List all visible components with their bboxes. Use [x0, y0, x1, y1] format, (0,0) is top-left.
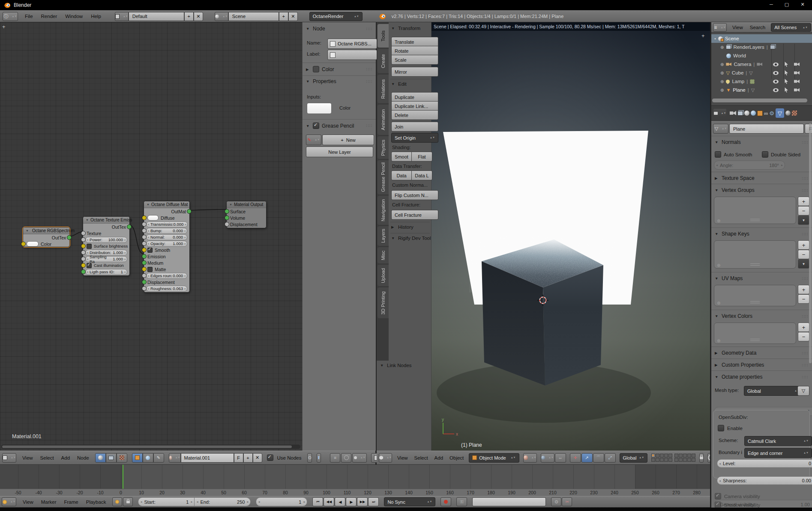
shape-key-add-button[interactable]: + [798, 240, 809, 250]
pin-button[interactable]: ⊙ [307, 453, 312, 463]
vertex-group-add-button[interactable]: + [798, 197, 809, 206]
expand-icon[interactable]: ⊕ [720, 45, 724, 50]
double-sided-toggle[interactable]: Double Sided [762, 151, 800, 158]
vertex-group-specials-button[interactable]: ▼ [798, 215, 809, 225]
tree-type-texture-button[interactable] [117, 453, 127, 463]
node-title[interactable]: ▼ Octane RGBSpectrum [23, 227, 69, 234]
panel-custom-properties-header[interactable]: ▶Custom Properties∷∷ [715, 362, 808, 368]
tab-object-data-icon[interactable]: ▽ [776, 108, 784, 118]
outliner-row-world[interactable]: World [711, 51, 812, 60]
close-button[interactable]: ✕ [796, 2, 809, 7]
menu-select[interactable]: Select [413, 455, 429, 460]
duplicate-linked-button[interactable]: Duplicate Link... [391, 101, 438, 111]
panel-grip[interactable]: ∷∷ [802, 375, 808, 380]
socket-outtex[interactable] [127, 224, 132, 229]
editor-type-info-button[interactable]: ⓘ▲▼ [3, 12, 18, 21]
set-origin-dropdown[interactable]: Set Origin▲▼ [391, 133, 438, 143]
collapse-icon[interactable]: ▼ [147, 203, 150, 206]
shader-context-linestyle-button[interactable]: ✎ [153, 453, 164, 463]
node-label-field[interactable] [327, 50, 377, 60]
socket-smooth[interactable] [142, 248, 147, 252]
render-engine-selector[interactable]: OctaneRender▲▼ [309, 12, 363, 21]
panel-octane-header[interactable]: ▼Octane properties∷∷ [715, 374, 808, 380]
transmission-slider[interactable]: Transmissio:0.000 [146, 221, 188, 227]
tree-type-material-button[interactable] [95, 453, 106, 463]
vertex-color-remove-button[interactable]: − [798, 332, 809, 341]
auto-smooth-toggle[interactable]: Auto Smooth [715, 151, 752, 158]
panel-grip[interactable]: ∷∷ [802, 188, 808, 193]
panel-node-header[interactable]: ▼Node∷∷ [306, 26, 372, 32]
tab-scene-icon[interactable] [744, 111, 749, 116]
data-layout-button[interactable]: Data L [411, 170, 432, 180]
uv-map-add-button[interactable]: + [798, 285, 809, 294]
expand-icon[interactable]: ⊕ [720, 88, 724, 93]
editor-type-node-button[interactable]: ▲▼ [2, 453, 16, 463]
selectable-cursor-icon[interactable] [784, 62, 788, 67]
matte-checkbox[interactable] [147, 267, 153, 272]
socket-opacity[interactable] [142, 241, 147, 246]
manipulator-scale-button[interactable]: ⤢ [605, 453, 616, 463]
outliner-scrollbar[interactable] [712, 99, 807, 102]
scheme-selector[interactable]: Catmull Clark▲▼ [744, 436, 812, 446]
power-slider[interactable]: Power:100.000 [85, 237, 127, 243]
layout-add-button[interactable]: + [184, 12, 194, 21]
socket-edges[interactable] [142, 273, 147, 278]
shader-context-world-button[interactable] [143, 453, 153, 463]
menu-view[interactable]: View [396, 455, 409, 460]
menu-search[interactable]: Search [749, 25, 767, 30]
node-octane-rgbspectrum[interactable]: ▼ Octane RGBSpectrum OutTex Color [23, 227, 70, 247]
outliner-row-plane[interactable]: ⊕ ▼ Plane| ▽ [711, 86, 812, 94]
socket-normal[interactable] [142, 235, 147, 239]
panel-grip[interactable]: ∷∷ [802, 314, 808, 319]
shelf-tab-relations[interactable]: Relations [378, 75, 389, 103]
socket-distribution[interactable] [81, 250, 86, 255]
play-reverse-button[interactable]: ◀ [335, 497, 345, 506]
rotate-button[interactable]: Rotate [391, 46, 438, 56]
pivot-align-button[interactable]: ⇔ [555, 453, 566, 463]
orientation-selector[interactable]: Global▲▼ [620, 453, 648, 463]
shelf-tab-animation[interactable]: Animation [378, 105, 389, 135]
renderable-camera-icon[interactable] [794, 88, 800, 92]
lock-range-button[interactable] [123, 497, 133, 506]
node-name-field[interactable]: Octane RGBS... [327, 39, 377, 49]
node-octane-texture-emission[interactable]: ▼ Octane Texture Emiss OutTex Texture Po… [83, 216, 130, 276]
prev-keyframe-button[interactable]: ◀◀ [324, 497, 334, 506]
panel-grip[interactable]: ∷∷ [802, 176, 808, 181]
current-frame-field[interactable]: 1 [256, 497, 307, 506]
mesh-type-icon-button[interactable]: ▽ [797, 386, 809, 396]
shape-key-remove-button[interactable]: − [798, 250, 809, 259]
start-frame-field[interactable]: Start:1 [138, 497, 195, 506]
renderable-camera-icon[interactable] [794, 63, 800, 66]
shelf-tab-tools[interactable]: Tools [378, 24, 389, 48]
expand-icon[interactable]: ⊕ [720, 71, 724, 75]
sync-mode-selector[interactable]: No Sync▲▼ [384, 497, 435, 506]
layer-buttons[interactable] [651, 454, 695, 462]
outliner-row-cube[interactable]: ⊕ ▽ Cube| ▽ [711, 69, 812, 77]
flip-custom-normal-button[interactable]: Flip Custom N... [391, 190, 438, 200]
sharpness-slider[interactable]: Sharpness:0.00 [717, 476, 812, 485]
timeline-playhead[interactable] [123, 465, 123, 489]
collapse-dot[interactable]: • [714, 36, 716, 41]
panel-grip[interactable]: ∷∷ [366, 27, 372, 31]
manipulator-toggle-button[interactable]: ✛ [570, 453, 581, 463]
panel-grip[interactable]: ∷ [425, 364, 428, 368]
delete-keyframe-button[interactable]: ✂ [562, 497, 572, 506]
shelf-tab-upload[interactable]: Upload [378, 265, 389, 286]
cast-illumination-checkbox[interactable] [87, 263, 92, 268]
socket-surface[interactable] [225, 209, 229, 214]
panel-history-header[interactable]: ▶History∷ [391, 224, 430, 230]
scene-icon-button[interactable]: ▲▼ [215, 12, 228, 21]
duplicate-button[interactable]: Duplicate [391, 92, 438, 102]
vertex-groups-list[interactable] [714, 197, 796, 224]
mesh-type-selector[interactable]: Global▲▼ [744, 386, 803, 396]
panel-grease-pencil-header[interactable]: ▼ Grease Pencil∷∷ [306, 123, 372, 129]
outliner-row-renderlayers[interactable]: ⊕ RenderLayers| [711, 43, 812, 51]
panel-grip[interactable]: ∷∷ [366, 79, 372, 84]
grease-pencil-source-button[interactable]: ✎▲▼ [306, 134, 321, 145]
menu-node[interactable]: Node [76, 455, 90, 460]
shade-flat-button[interactable]: Flat [411, 152, 432, 161]
grease-pencil-new-button[interactable]: +New [322, 134, 374, 145]
socket-color[interactable] [21, 242, 26, 246]
shelf-tab-create[interactable]: Create [378, 49, 389, 73]
shelf-tab-navigation[interactable]: Navigation [378, 196, 389, 225]
